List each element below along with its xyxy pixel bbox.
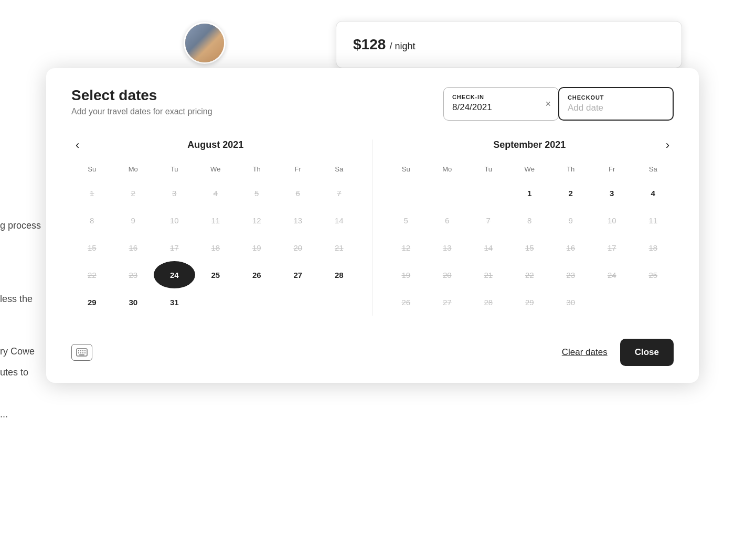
svg-rect-1 (78, 350, 79, 351)
aug-empty-3 (278, 288, 319, 316)
aug-tue-header: Tu (154, 161, 195, 177)
clear-dates-button[interactable]: Clear dates (562, 343, 608, 362)
sep-day-24: 24 (591, 261, 633, 288)
bg-text-1: g process (0, 220, 41, 231)
aug-day-16: 16 (113, 234, 154, 261)
sep-day-29: 29 (509, 288, 550, 316)
sep-day-3[interactable]: 3 (591, 179, 633, 207)
aug-wed-header: We (195, 161, 237, 177)
sep-day-26: 26 (386, 288, 427, 316)
aug-day-24[interactable]: 24 (154, 261, 195, 288)
sep-tue-header: Tu (468, 161, 509, 177)
bg-text-5: ... (0, 409, 8, 420)
sep-sat-header: Sa (633, 161, 674, 177)
august-days: 1 2 3 4 5 6 7 8 9 10 11 12 13 14 15 16 1… (71, 179, 360, 316)
checkout-placeholder: Add date (568, 103, 664, 113)
sep-day-1[interactable]: 1 (509, 179, 550, 207)
bg-text-4: utes to (0, 367, 28, 378)
svg-rect-4 (84, 350, 86, 351)
sep-day-4[interactable]: 4 (633, 179, 674, 207)
date-picker-modal: Select dates Add your travel dates for e… (46, 68, 699, 383)
aug-day-27[interactable]: 27 (278, 261, 319, 288)
sep-day-27: 27 (427, 288, 468, 316)
aug-day-28[interactable]: 28 (318, 261, 360, 288)
aug-day-29[interactable]: 29 (71, 288, 113, 316)
sep-day-8: 8 (509, 207, 550, 234)
checkout-field[interactable]: CHECKOUT Add date (558, 87, 674, 121)
checkout-label: CHECKOUT (568, 94, 664, 101)
sep-mon-header: Mo (427, 161, 468, 177)
aug-day-19: 19 (236, 234, 278, 261)
sep-day-16: 16 (550, 234, 592, 261)
sep-day-30: 30 (550, 288, 592, 316)
aug-empty-2 (236, 288, 278, 316)
sep-day-17: 17 (591, 234, 633, 261)
aug-day-26[interactable]: 26 (236, 261, 278, 288)
aug-sat-header: Sa (318, 161, 360, 177)
checkin-clear-button[interactable]: × (545, 99, 551, 110)
aug-empty-4 (318, 288, 360, 316)
sep-empty-5 (633, 288, 674, 316)
close-button[interactable]: Close (620, 339, 674, 366)
sep-empty-3 (468, 179, 509, 207)
bg-text-2: less the (0, 294, 33, 305)
aug-day-8: 8 (71, 207, 113, 234)
price-display: $128 / night (353, 36, 665, 53)
september-days: 1 2 3 4 5 6 7 8 9 10 11 12 13 14 15 16 1… (386, 179, 674, 316)
aug-mon-header: Mo (113, 161, 154, 177)
sep-wed-header: We (509, 161, 550, 177)
september-calendar: September 2021 › Su Mo Tu We Th Fr Sa 1 … (372, 139, 674, 316)
sep-day-22: 22 (509, 261, 550, 288)
modal-title: Select dates (71, 87, 212, 104)
next-month-button[interactable]: › (662, 136, 674, 154)
aug-day-2: 2 (113, 179, 154, 207)
aug-day-7: 7 (318, 179, 360, 207)
sep-day-11: 11 (633, 207, 674, 234)
aug-empty-1 (195, 288, 237, 316)
price-card: $128 / night (336, 21, 682, 68)
sep-day-2[interactable]: 2 (550, 179, 592, 207)
sep-day-9: 9 (550, 207, 592, 234)
september-nav: September 2021 › (386, 139, 674, 150)
footer-actions: Clear dates Close (562, 339, 674, 366)
aug-day-13: 13 (278, 207, 319, 234)
sep-day-10: 10 (591, 207, 633, 234)
aug-day-12: 12 (236, 207, 278, 234)
sep-day-6: 6 (427, 207, 468, 234)
sep-day-15: 15 (509, 234, 550, 261)
avatar-image (185, 24, 224, 62)
prev-month-button[interactable]: ‹ (71, 136, 83, 154)
avatar (184, 22, 226, 64)
sep-sun-header: Su (386, 161, 427, 177)
august-calendar: ‹ August 2021 Su Mo Tu We Th Fr Sa 1 2 3… (71, 139, 372, 316)
aug-day-18: 18 (195, 234, 237, 261)
sep-empty-4 (591, 288, 633, 316)
sep-day-28: 28 (468, 288, 509, 316)
svg-rect-7 (82, 352, 83, 353)
sep-day-12: 12 (386, 234, 427, 261)
sep-day-20: 20 (427, 261, 468, 288)
sep-day-21: 21 (468, 261, 509, 288)
keyboard-icon[interactable] (71, 344, 92, 361)
checkin-value: 8/24/2021 (452, 102, 550, 113)
checkin-field[interactable]: CHECK-IN 8/24/2021 × (443, 87, 559, 121)
calendar-area: ‹ August 2021 Su Mo Tu We Th Fr Sa 1 2 3… (71, 139, 674, 316)
aug-day-25[interactable]: 25 (195, 261, 237, 288)
august-title: August 2021 (187, 139, 243, 150)
september-day-headers: Su Mo Tu We Th Fr Sa (386, 161, 674, 177)
aug-day-31[interactable]: 31 (154, 288, 195, 316)
sep-day-19: 19 (386, 261, 427, 288)
aug-day-30[interactable]: 30 (113, 288, 154, 316)
aug-day-17: 17 (154, 234, 195, 261)
aug-day-10: 10 (154, 207, 195, 234)
sep-day-18: 18 (633, 234, 674, 261)
modal-footer: Clear dates Close (71, 330, 674, 366)
sep-day-25: 25 (633, 261, 674, 288)
aug-day-11: 11 (195, 207, 237, 234)
aug-day-21: 21 (318, 234, 360, 261)
svg-rect-6 (80, 352, 81, 353)
september-title: September 2021 (493, 139, 566, 150)
august-nav: ‹ August 2021 (71, 139, 360, 150)
svg-rect-2 (80, 350, 81, 351)
aug-day-9: 9 (113, 207, 154, 234)
